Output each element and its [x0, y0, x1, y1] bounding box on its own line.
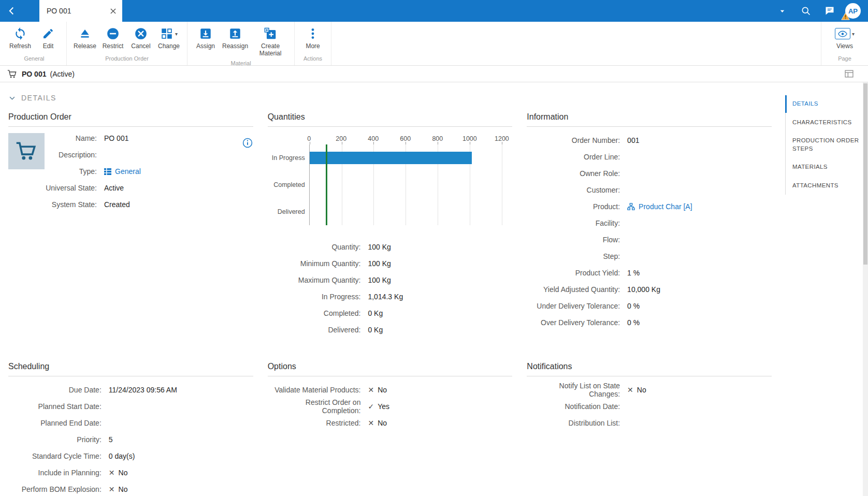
ribbon-group-label: Production Order: [71, 54, 183, 64]
field-row: Over Delivery Tolerance:0 %: [527, 314, 772, 331]
field-row: Delivered:0 Kg: [268, 322, 513, 338]
field-label: Universal State:: [45, 184, 104, 192]
page-state: (Active): [50, 70, 74, 78]
field-row: Facility:: [527, 215, 772, 231]
ribbon-group-actions: More Actions: [295, 22, 331, 65]
views-button[interactable]: ▾ Views: [831, 25, 859, 51]
ribbon-group-production-order: Release Restrict Cancel ▾ Change: [67, 22, 187, 65]
back-button[interactable]: [0, 0, 24, 22]
field-row: Owner Role:: [527, 165, 772, 182]
information-fields: Order Number:001Order Line:Owner Role:Cu…: [527, 132, 772, 331]
dropdown-caret-icon: ▾: [175, 31, 178, 37]
field-value: 001: [627, 136, 639, 144]
field-label: Yield Adjusted Quantity:: [527, 285, 627, 294]
x-mark-icon: ✕: [627, 386, 633, 394]
chart-category-label: In Progress: [268, 154, 305, 162]
layout-icon[interactable]: [845, 70, 853, 78]
field-label: Perform BOM Explosion:: [8, 485, 109, 493]
field-value-link[interactable]: Product Char [A]: [627, 202, 692, 211]
ribbon-group-label: General: [6, 54, 62, 64]
section-information: Information Order Number:001Order Line:O…: [527, 112, 772, 338]
field-row: Quantity:100 Kg: [268, 239, 513, 255]
x-mark-icon: ✕: [109, 469, 115, 477]
tab-close-icon[interactable]: [110, 8, 116, 14]
field-row: Priority:5: [8, 431, 253, 448]
cancel-button[interactable]: Cancel: [127, 25, 155, 51]
field-label: Validate Material Products:: [268, 386, 368, 394]
field-value: ✕No: [109, 469, 128, 477]
field-row: Name:PO 001: [45, 130, 242, 147]
field-value: ✕No: [368, 386, 387, 394]
field-label: Priority:: [8, 435, 109, 444]
tab-po-001[interactable]: PO 001: [39, 0, 122, 22]
refresh-button[interactable]: Refresh: [6, 25, 34, 51]
details-section-header[interactable]: DETAILS: [8, 94, 772, 102]
field-label: Standard Cycle Time:: [8, 452, 109, 460]
more-button[interactable]: More: [299, 25, 327, 51]
production-order-fields: Name:PO 001Description:Type:GeneralUnive…: [45, 130, 242, 213]
scheduling-fields: Due Date:11/24/2023 09:56 AMPlanned Star…: [8, 382, 253, 496]
field-label: Notify List on State Changes:: [527, 382, 627, 398]
axis-tick-label: 600: [400, 135, 411, 142]
field-value: ✕No: [627, 386, 646, 394]
field-label: Order Line:: [527, 153, 627, 161]
create-material-button[interactable]: Create Material: [251, 25, 290, 59]
x-mark-icon: ✕: [368, 386, 374, 394]
field-row: Order Line:: [527, 149, 772, 165]
views-icon: ▾: [835, 26, 855, 41]
restrict-icon: [106, 26, 120, 41]
section-quantities: Quantities 020040060080010001200In Progr…: [268, 112, 513, 338]
x-mark-icon: ✕: [109, 485, 115, 493]
field-row: Maximum Quantity:100 Kg: [268, 272, 513, 288]
chevron-down-icon: [8, 94, 16, 102]
restrict-button[interactable]: Restrict: [99, 25, 127, 51]
nav-item-materials[interactable]: MATERIALS: [786, 158, 863, 177]
field-row: Order Number:001: [527, 132, 772, 149]
section-scheduling: Scheduling Due Date:11/24/2023 09:56 AMP…: [8, 362, 253, 496]
scrollbar[interactable]: [863, 82, 868, 496]
chat-icon[interactable]: [821, 3, 838, 19]
assign-button[interactable]: Assign: [192, 25, 220, 51]
field-value-link[interactable]: General: [104, 167, 141, 176]
chevron-down-icon[interactable]: [774, 3, 790, 19]
axis-tick-label: 800: [432, 135, 443, 142]
ribbon-group-general: Refresh Edit General: [2, 22, 67, 65]
change-button[interactable]: ▾ Change: [155, 25, 183, 51]
field-value: 10,000 Kg: [627, 285, 660, 294]
nav-item-attachments[interactable]: ATTACHMENTS: [786, 177, 863, 195]
scrollbar-thumb[interactable]: [863, 83, 867, 265]
avatar[interactable]: AP: [845, 3, 861, 19]
section-title: Notifications: [527, 362, 772, 376]
field-label: Type:: [45, 167, 104, 176]
field-label: Due Date:: [8, 386, 109, 394]
field-row: Standard Cycle Time:0 day(s): [8, 448, 253, 464]
field-label: Step:: [527, 252, 627, 260]
section-title: Production Order: [8, 112, 253, 127]
release-button[interactable]: Release: [71, 25, 99, 51]
field-value: Active: [104, 184, 124, 192]
content-area: DETAILS Production Order Name:PO 001Desc…: [0, 82, 868, 496]
axis-tick-label: 400: [368, 135, 379, 142]
quantities-fields: Quantity:100 KgMinimum Quantity:100 KgMa…: [268, 239, 513, 338]
search-icon[interactable]: [798, 3, 814, 19]
field-label: Owner Role:: [527, 169, 627, 178]
reassign-button[interactable]: Reassign: [220, 25, 251, 51]
field-row: Description:: [45, 147, 242, 163]
nav-item-details[interactable]: DETAILS: [786, 95, 863, 113]
field-row: Type:General: [45, 163, 242, 180]
quantity-marker-line: [326, 144, 327, 225]
nav-item-characteristics[interactable]: CHARACTERISTICS: [786, 113, 863, 132]
ribbon-toolbar: Refresh Edit General Release: [0, 22, 868, 66]
edit-button[interactable]: Edit: [34, 25, 62, 51]
warning-icon: [841, 12, 850, 20]
section-title: Quantities: [268, 112, 513, 127]
details-header-label: DETAILS: [21, 94, 56, 102]
quantities-chart: 020040060080010001200In ProgressComplete…: [268, 135, 513, 225]
info-icon[interactable]: [242, 137, 253, 149]
ribbon-group-page: ▾ Views Page: [821, 22, 868, 65]
field-label: Facility:: [527, 219, 627, 227]
field-label: Maximum Quantity:: [268, 276, 368, 284]
field-label: Product Yield:: [527, 269, 627, 277]
field-row: Under Delivery Tolerance:0 %: [527, 298, 772, 314]
nav-item-production-order-steps[interactable]: PRODUCTION ORDER STEPS: [786, 132, 863, 158]
